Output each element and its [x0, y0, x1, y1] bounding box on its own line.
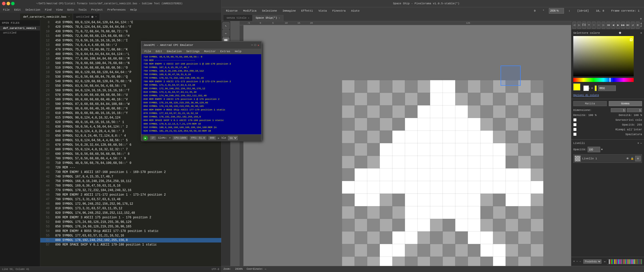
palette-color-swatch[interactable] [626, 259, 627, 264]
menu-goto[interactable]: Goto [65, 8, 76, 12]
pencil-tab[interactable]: Matita [573, 101, 607, 106]
menu-file[interactable]: File [1, 8, 12, 12]
palette-color-swatch[interactable] [639, 259, 640, 264]
spacing-checkbox[interactable] [573, 133, 577, 136]
palette-color-swatch[interactable] [618, 259, 619, 264]
pix-menu-vista[interactable]: Vista [316, 8, 329, 13]
pix-right-btn-2[interactable]: ▷ [577, 22, 581, 29]
palette-color-swatch[interactable] [625, 259, 626, 264]
javacpc-window-controls[interactable]: ─ □ ✕ [251, 44, 259, 47]
opacity-checkbox[interactable] [573, 123, 577, 126]
add-layer-button[interactable]: + [637, 142, 639, 145]
close-tab-icon[interactable]: ✕ [248, 17, 249, 19]
color-hue-bar[interactable] [573, 78, 634, 82]
menu-tools[interactable]: Tools [76, 8, 89, 12]
color-gradient[interactable] [573, 36, 634, 76]
sprite-canvas[interactable] [342, 80, 543, 266]
pix-right-settings[interactable]: ⚙ [636, 22, 640, 29]
javacpc-menu-extras[interactable]: Extras [218, 49, 232, 53]
palette-select[interactable]: Predefinito [583, 259, 601, 264]
pix-right-btn-4[interactable]: + [587, 22, 591, 29]
close-tab-icon[interactable]: ✕ [279, 17, 280, 19]
minimize-button[interactable] [7, 2, 10, 5]
color-hex-input[interactable] [598, 85, 616, 91]
pix-right-prev[interactable]: ◀ [611, 22, 615, 29]
javacpc-menu-file[interactable]: File [142, 49, 153, 53]
layer-frames-button[interactable]: ⊞ [635, 156, 641, 161]
menu-view[interactable]: View [54, 8, 65, 12]
javacpc-select[interactable]: ble [228, 136, 238, 140]
tab-def-caratteri[interactable]: def_caratteri_nemiciSt.bas × [20, 14, 73, 20]
javacpc-menu-help[interactable]: Help [233, 49, 243, 53]
layer-visibility-icon[interactable]: 👁 [626, 157, 629, 161]
palette-color-swatch[interactable] [615, 259, 616, 264]
color-fg-preview[interactable] [573, 83, 580, 90]
palette-color-swatch[interactable] [621, 259, 622, 264]
eraser-tab[interactable]: Gomma [609, 101, 642, 106]
pix-right-btn-1[interactable]: ◁ [572, 22, 576, 29]
palette-color-swatch[interactable] [607, 259, 608, 264]
pix-right-next[interactable]: ▶▶ [621, 22, 625, 29]
color-options-link[interactable]: Opzioni di colore [573, 94, 642, 97]
pix-menu-risorse[interactable]: Risorse [223, 8, 240, 13]
javacpc-menu-monitor[interactable]: Monitor [202, 49, 218, 53]
window-controls[interactable] [2, 2, 15, 5]
tab-space-ship[interactable]: Space Ship(*) ✕ [253, 15, 283, 21]
pixel-canvas[interactable] [342, 80, 473, 211]
palette-color-swatch[interactable] [635, 259, 636, 264]
pencil-size-input[interactable] [611, 108, 626, 112]
overwrite-checkbox[interactable] [573, 118, 577, 122]
palette-color-swatch[interactable] [619, 259, 620, 264]
palette-color-swatch[interactable] [614, 259, 615, 264]
pix-right-play[interactable]: ▶ [616, 22, 620, 29]
sidebar-item-untitled[interactable]: untitled [0, 31, 40, 35]
palette-color-swatch[interactable] [629, 259, 630, 264]
palette-color-swatch[interactable] [622, 259, 623, 264]
menu-preferences[interactable]: Preferences [105, 8, 128, 12]
maximize-button[interactable] [11, 2, 15, 5]
eraser-size-input[interactable] [627, 108, 642, 112]
layer-lock-icon[interactable]: 🔓 [631, 157, 634, 160]
menu-project[interactable]: Project [89, 8, 105, 12]
javacpc-minimize[interactable]: ─ [251, 44, 253, 47]
javacpc-menu-settings[interactable]: Settings [184, 49, 202, 53]
javacpc-menu-edit[interactable]: Edit [154, 49, 164, 53]
pix-right-fx[interactable]: FX [582, 22, 586, 29]
pix-menu-effetti[interactable]: Effetti [299, 8, 315, 13]
pix-menu-aiuto[interactable]: Aiuto [349, 8, 362, 13]
pix-right-btn-5[interactable]: − [592, 22, 596, 29]
fill-checkbox[interactable] [573, 128, 577, 131]
remove-layer-button[interactable]: − [640, 142, 642, 145]
pix-right-loop[interactable]: ↺ [631, 22, 635, 29]
tool-pencil[interactable]: ✏ [222, 30, 230, 37]
palette-color-swatch[interactable] [630, 259, 631, 264]
palette-color-swatch[interactable] [633, 259, 634, 264]
add-tab-button[interactable]: + [640, 17, 642, 21]
palette-color-swatch[interactable] [611, 259, 612, 264]
pix-menu-selezione[interactable]: Selezione [259, 8, 279, 13]
palette-color-swatch[interactable] [613, 259, 614, 264]
tab-senza-titolo[interactable]: senza titolo ✕ [223, 15, 253, 21]
palette-color-swatch[interactable] [637, 259, 638, 264]
palette-color-swatch[interactable] [627, 259, 628, 264]
javacpc-maximize[interactable]: □ [254, 44, 256, 47]
tab-untitled[interactable]: untitled × [73, 14, 100, 20]
pix-menu-immagine[interactable]: Immagine [280, 8, 298, 13]
javacpc-screen[interactable]: 710 SYMBOL 48,0,56,68,76,84,100,68,56:: … [141, 54, 261, 134]
close-button[interactable] [2, 2, 6, 5]
pix-right-btn-6[interactable]: ↔ [597, 22, 601, 29]
javacpc-menu-emulation[interactable]: Emulation [165, 49, 184, 53]
pix-menu-modifica[interactable]: Modifica [241, 8, 259, 13]
sidebar-item-def-caratteri[interactable]: def_caratteri_nemici [0, 26, 40, 31]
palette-color-swatch[interactable] [617, 259, 618, 264]
pix-right-btn-7[interactable]: ▷ [601, 22, 605, 29]
color-selector-close[interactable]: ✕ [640, 31, 642, 35]
pix-right-prev-frame[interactable]: ⏮ [606, 22, 610, 29]
pix-menu-finestra[interactable]: Finestra [330, 8, 348, 13]
palette-minus[interactable]: − [576, 260, 578, 263]
palette-color-swatch[interactable] [623, 259, 624, 264]
menu-selection[interactable]: Selection [23, 8, 42, 12]
palette-color-swatch[interactable] [641, 259, 642, 264]
close-tab-icon[interactable]: × [95, 16, 97, 18]
color-selector-expand[interactable]: ⬟ [619, 31, 621, 35]
